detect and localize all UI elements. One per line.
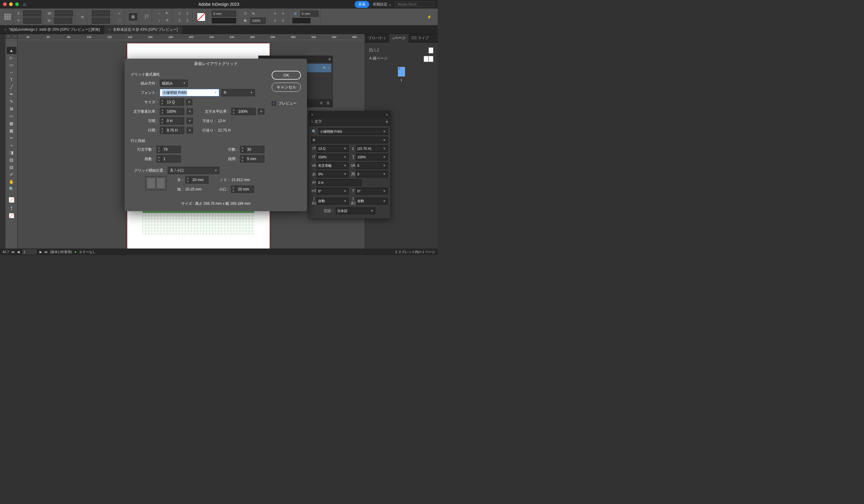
hscale-input[interactable]: ▲▼ [231,108,255,115]
close-panel-icon[interactable]: × [7,35,9,38]
lines-input[interactable]: ▲▼ [240,146,264,153]
gap-input[interactable] [300,11,319,17]
line-tool-icon[interactable]: ╱ [7,83,16,90]
rectangle-frame-tool-icon[interactable]: ⊠ [7,105,16,112]
scale-lock-icon[interactable]: ⟲ [79,14,85,20]
rectangle-tool-icon[interactable]: ▭ [7,112,16,120]
font-size-input[interactable]: 13 Q▼ [317,145,349,152]
workspace-preset[interactable]: 初期設定 ⌄ [373,2,392,7]
shear-icon[interactable]: ⬚ [116,17,122,24]
x-input[interactable] [23,10,41,16]
new-icon[interactable]: ⊕ [320,101,323,105]
text-wrap3-icon[interactable]: ≡ [272,17,278,24]
top-input[interactable]: ▲▼ [185,176,208,184]
aki-input[interactable]: 0▼ [356,171,388,177]
panel-menu-icon[interactable]: « [14,35,15,38]
auto2-select[interactable]: 自動▼ [356,198,388,205]
panel-menu-icon[interactable]: ≡ [386,120,388,124]
outer-input[interactable]: ▲▼ [231,186,254,193]
apply-none-icon[interactable] [7,212,16,219]
rotate-ccw-icon[interactable]: ↺ [164,17,170,24]
direct-selection-tool-icon[interactable]: ▷ [7,54,16,61]
tsume-input[interactable]: 0%▼ [317,171,349,177]
document-tab[interactable]: ×名称未設定-3 @ 43% [GPU プレビュー] [104,25,182,34]
eyedropper-tool-icon[interactable]: ✐ [7,171,16,178]
w-input[interactable] [55,10,73,16]
align-left-icon[interactable]: ▯ [177,10,183,16]
zoom-level[interactable]: 42.7 [2,250,9,254]
rotate-icon[interactable]: ⤾ [116,10,122,16]
chars-input[interactable]: ▲▼ [156,146,181,153]
corner-icon[interactable]: ◻ [242,10,249,16]
preflight-profile[interactable]: [基本] (作業用) [50,250,72,254]
chevron-down-icon[interactable]: ▼ [187,109,193,114]
flip-v-icon[interactable]: ↕ [156,17,162,24]
zoom-tool-icon[interactable]: 🔍 [7,185,16,193]
close-icon[interactable]: × [108,28,111,32]
page-indicator[interactable]: 自 [129,13,137,21]
page-tool-icon[interactable]: ▭ [7,61,16,69]
rotate-cw-icon[interactable]: ↻ [164,10,170,16]
leading-input[interactable]: (22.75 H)▼ [356,145,388,152]
align-bottom-icon[interactable]: ▯ [184,17,191,24]
gradient-feather-tool-icon[interactable]: ▨ [7,156,16,163]
reference-point-icon[interactable] [4,14,11,20]
grid2-tool-icon[interactable]: ▦ [7,127,16,134]
text-wrap2-icon[interactable]: ≡ [280,10,286,16]
linesp-input[interactable]: ▲▼ [160,127,184,134]
free-transform-tool-icon[interactable]: ⟐ [7,142,16,149]
flip-h-icon[interactable]: ↔ [156,10,162,16]
scale-x-input[interactable] [92,10,110,16]
charsp-input[interactable]: ▲▼ [160,117,184,125]
quick-apply-icon[interactable]: ⚡ [426,14,432,20]
chevron-down-icon[interactable]: ▼ [186,99,192,105]
opacity-input[interactable] [250,17,266,24]
square-icon[interactable]: ▫ [328,66,329,70]
page-nav-input[interactable] [22,249,37,255]
pencil-tool-icon[interactable]: ✎ [7,98,16,105]
align-right-icon[interactable]: ▯ [177,17,183,24]
page-1-thumb[interactable]: A [398,67,405,76]
pen-tool-icon[interactable]: ✒ [7,90,16,98]
stroke-weight-input[interactable] [212,11,236,17]
kerning-input[interactable]: 和文等幅▼ [317,162,349,169]
cc-libraries-tab[interactable]: CC ライブ [408,34,432,42]
share-button[interactable]: 共有 [355,1,369,8]
grid-tool-icon[interactable]: ▦ [7,120,16,127]
close-icon[interactable]: × [4,28,7,32]
opacity-icon[interactable]: ◐ [242,17,249,24]
skew-input[interactable]: 0°▼ [356,188,388,194]
start-select[interactable]: 天 / 小口▼ [168,167,219,174]
preview-checkbox[interactable]: ✓プレビュー [272,101,301,106]
nav-prev-icon[interactable]: ◀ [17,250,20,254]
collapse-icon[interactable]: « [386,113,388,116]
properties-tab[interactable]: プロパティ [365,34,389,42]
maximize-window-icon[interactable] [15,2,19,6]
language-select[interactable]: 日本語▼ [336,208,375,214]
font-select[interactable]: 小塚明朝 Pr6N▼ [160,89,219,96]
hscale-input[interactable]: 100%▼ [356,154,388,160]
fill-swatch[interactable] [197,13,205,21]
stroke-style-select[interactable] [212,18,236,23]
formatting-text-icon[interactable]: T [7,205,16,212]
gradient-swatch-tool-icon[interactable]: ◨ [7,149,16,156]
auto1-select[interactable]: 自動▼ [317,198,349,205]
parent-none-item[interactable]: [なし] [368,46,435,55]
effects-icon[interactable]: fx [250,10,256,16]
scale-y-input[interactable] [92,17,110,24]
cols-input[interactable]: ▲▼ [156,155,181,162]
vscale-input[interactable]: 100%▼ [317,154,349,160]
character-tab[interactable]: ○ 文字 [311,119,322,124]
scissors-tool-icon[interactable]: ✂ [7,134,16,142]
font-weight-select[interactable]: R▼ [221,89,255,96]
layout-thumbs[interactable] [145,176,167,190]
selection-tool-icon[interactable]: ▲ [7,47,16,54]
gap-tool-icon[interactable]: ↔ [7,69,16,76]
y-input[interactable] [23,17,41,24]
vscale-input[interactable]: ▲▼ [160,108,184,115]
stock-search-input[interactable] [395,1,435,7]
gutter-input[interactable]: ▲▼ [240,155,264,162]
layout-thumb-icon[interactable] [147,178,155,189]
align-center-icon[interactable]: ▯ [184,10,191,16]
frame-style-select[interactable] [292,18,311,23]
